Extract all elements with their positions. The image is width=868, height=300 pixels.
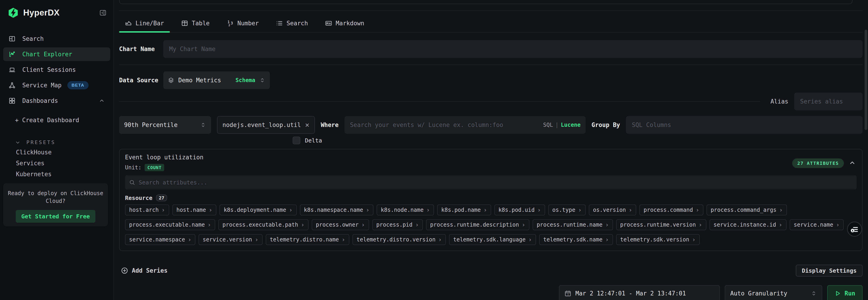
chevron-right-icon: › — [255, 237, 258, 243]
sidebar-item-label: Service Map — [22, 82, 61, 89]
attribute-chip-label: process.runtime.description — [430, 222, 519, 228]
attribute-chip[interactable]: process.owner › — [312, 219, 369, 230]
tab-search[interactable]: Search — [270, 19, 314, 32]
attribute-chip[interactable]: telemetry.sdk.language › — [449, 234, 536, 245]
attribute-chip[interactable]: host.name › — [173, 204, 217, 215]
close-icon[interactable]: × — [305, 121, 309, 129]
attribute-group-count: 27 — [156, 194, 167, 201]
presets-header[interactable]: PRESETS — [15, 139, 114, 145]
attribute-chip-label: os.version — [593, 207, 626, 213]
feedback-widget-button[interactable] — [847, 222, 862, 237]
group-by-input[interactable] — [626, 116, 863, 134]
sidebar-item-dashboards[interactable]: Dashboards — [3, 94, 110, 108]
attribute-chip[interactable]: service.name › — [790, 219, 844, 230]
chart-name-input[interactable] — [163, 40, 863, 58]
attributes-count-badge: 27 ATTRIBUTES — [792, 158, 844, 168]
attribute-chip-label: telemetry.sdk.version — [620, 237, 689, 243]
svg-text:3: 3 — [231, 21, 233, 25]
attribute-chip[interactable]: telemetry.distro.version › — [352, 234, 446, 245]
attribute-chip[interactable]: process.executable.path › — [218, 219, 309, 230]
sidebar-item-client-sessions[interactable]: Client Sessions — [3, 63, 110, 77]
footer-toolbar: 1 Mar 2 12:47:01 - Mar 2 13:47:01 Auto G… — [119, 285, 863, 300]
data-source-value: Demo Metrics — [178, 77, 221, 84]
attribute-chip[interactable]: process.command_args › — [707, 204, 787, 215]
alias-input[interactable] — [794, 92, 863, 110]
preset-item[interactable]: Kubernetes — [16, 171, 114, 178]
tab-markdown[interactable]: Markdown — [319, 19, 370, 32]
attribute-chip[interactable]: k8s.pod.uid › — [494, 204, 545, 215]
language-toggle-sql[interactable]: SQL — [543, 122, 553, 128]
run-button[interactable]: Run — [827, 285, 863, 300]
add-series-button[interactable]: Add Series — [121, 267, 167, 274]
attribute-chip-label: host.name — [177, 207, 206, 213]
attribute-chip-label: process.executable.name — [129, 222, 205, 228]
tab-line-bar[interactable]: Line/Bar — [119, 19, 170, 32]
attribute-chip[interactable]: telemetry.sdk.version › — [616, 234, 700, 245]
attribute-chip[interactable]: process.executable.name › — [125, 219, 215, 230]
language-toggle-lucene[interactable]: Lucene — [561, 122, 581, 128]
sidebar-item-search[interactable]: Search — [3, 32, 110, 46]
actions-row: Add Series Display Settings — [119, 265, 863, 276]
attribute-chip[interactable]: os.type › — [548, 204, 586, 215]
sidebar-item-label: Search — [22, 35, 44, 42]
attribute-chip[interactable]: k8s.pod.name › — [437, 204, 491, 215]
aggregation-select[interactable]: 90th Percentile — [119, 116, 211, 134]
attribute-chip-label: service.instance.id — [714, 222, 776, 228]
attribute-chip[interactable]: process.runtime.description › — [426, 219, 529, 230]
time-range-picker[interactable]: 1 Mar 2 12:47:01 - Mar 2 13:47:01 — [559, 285, 720, 300]
chevron-right-icon: › — [629, 207, 632, 213]
attribute-chip[interactable]: service.instance.id › — [710, 219, 786, 230]
chevron-up-icon[interactable] — [849, 159, 856, 166]
display-settings-button[interactable]: Display Settings — [796, 265, 863, 276]
attribute-chip[interactable]: process.runtime.version › — [616, 219, 706, 230]
chevron-right-icon: › — [426, 207, 430, 213]
attribute-chip[interactable]: host.arch › — [125, 204, 169, 215]
granularity-select[interactable]: Auto Granularity — [725, 285, 822, 300]
attribute-chip[interactable]: telemetry.distro.name › — [266, 234, 349, 245]
schema-link[interactable]: Schema — [236, 77, 255, 83]
scrollbar-thumb[interactable] — [865, 30, 867, 130]
attribute-chip-label: telemetry.distro.version — [356, 237, 436, 243]
collapse-sidebar-icon[interactable] — [99, 9, 106, 17]
attribute-chip[interactable]: k8s.node.name › — [377, 204, 434, 215]
attribute-chip[interactable]: os.version › — [589, 204, 636, 215]
preset-item[interactable]: ClickHouse — [16, 149, 114, 156]
attribute-chip[interactable]: service.version › — [198, 234, 262, 245]
attribute-chip[interactable]: k8s.namespace.name › — [300, 204, 374, 215]
preset-item[interactable]: Services — [16, 160, 114, 167]
get-started-button[interactable]: Get Started for Free — [16, 210, 95, 223]
tab-label: Markdown — [336, 20, 364, 27]
unit-row: Unit: COUNT — [125, 163, 203, 172]
attribute-search-input[interactable] — [138, 179, 852, 186]
tab-number[interactable]: 1 2 3 Number — [221, 19, 265, 32]
attribute-chip-label: k8s.node.name — [381, 207, 424, 213]
delta-checkbox[interactable] — [292, 137, 300, 144]
attribute-chip[interactable]: service.namespace › — [125, 234, 195, 245]
run-label: Run — [844, 290, 855, 297]
attribute-chip[interactable]: telemetry.sdk.name › — [539, 234, 613, 245]
metric-title: Event loop utilization — [125, 154, 203, 161]
attribute-chip-label: host.arch — [129, 207, 159, 213]
attribute-chip-label: telemetry.sdk.name — [543, 237, 602, 243]
data-source-select[interactable]: Demo Metrics Schema — [163, 71, 270, 89]
attribute-group-row: Resource 27 — [125, 194, 857, 201]
chevron-right-icon: › — [161, 207, 165, 213]
sidebar-item-label: Client Sessions — [22, 66, 76, 73]
attribute-chip[interactable]: k8s.deployment.name › — [219, 204, 297, 215]
attribute-chip[interactable]: process.pid › — [372, 219, 423, 230]
sidebar-item-chart-explorer[interactable]: Chart Explorer — [3, 48, 110, 61]
delta-label: Delta — [305, 137, 322, 144]
tab-table[interactable]: Table — [175, 19, 215, 32]
where-search-input[interactable] — [349, 121, 543, 129]
sidebar-item-service-map[interactable]: Service Map BETA — [3, 78, 110, 92]
tab-label: Table — [192, 20, 210, 27]
chart-name-label: Chart Name — [119, 46, 163, 52]
attribute-chip-label: process.command_args — [711, 207, 776, 213]
attribute-chip[interactable]: process.command › — [640, 204, 703, 215]
chevron-updown-icon — [200, 122, 206, 128]
granularity-value: Auto Granularity — [730, 290, 787, 297]
divider — [119, 10, 863, 11]
create-dashboard-button[interactable]: + Create Dashboard — [15, 117, 114, 124]
metric-chip[interactable]: nodejs.event_loop.util × — [217, 116, 315, 134]
attribute-chip[interactable]: process.runtime.name › — [533, 219, 613, 230]
